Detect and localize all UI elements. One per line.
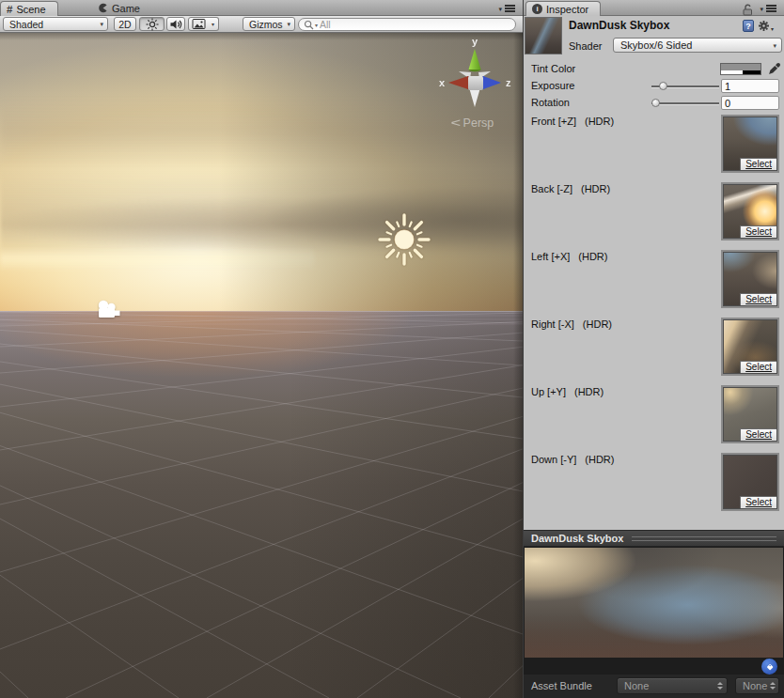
slider-knob[interactable] [651,99,660,107]
search-filter-arrow-icon[interactable]: ▾ [315,22,318,28]
search-icon [304,20,314,30]
texture-field-up[interactable]: Select [721,385,779,443]
audio-toggle[interactable] [166,17,185,31]
effects-toggle[interactable] [188,17,209,31]
inspector-panel-menu[interactable]: ▾ [760,5,776,12]
slider-knob[interactable] [659,82,667,90]
texture-slot-down: Down [-Y](HDR) Select [531,452,779,514]
effects-dropdown[interactable]: ▾ [208,17,219,31]
asset-bundle-bar: Asset Bundle None None [524,675,784,698]
scene-viewport[interactable]: y x z < Persp [0,33,523,698]
preview-drag-handle-icon[interactable] [632,536,776,541]
exposure-field[interactable] [721,79,779,93]
texture-slot-right: Right [-X](HDR) Select [531,317,779,379]
asset-bundle-dropdown[interactable]: None [617,677,728,694]
slot-label: Left [+X] [531,251,570,262]
render-mode-label: Shaded [9,19,43,30]
chevron-down-icon: ▾ [771,25,774,32]
hamburger-menu-icon [766,5,776,12]
preview-header[interactable]: DawnDusk Skybox [524,530,784,547]
hdr-tag: (HDR) [578,251,607,262]
scene-search[interactable]: ▾ [298,18,516,31]
exposure-slider[interactable] [651,82,719,91]
eyedropper-icon[interactable] [767,61,782,76]
render-mode-dropdown[interactable]: Shaded ▾ [3,17,108,31]
lighting-toggle[interactable] [139,17,165,31]
select-button[interactable]: Select [740,225,776,238]
game-icon [98,3,108,13]
shader-value: Skybox/6 Sided [620,39,692,51]
orientation-gizmo[interactable]: y x z [431,36,514,113]
exposure-row: Exposure [531,79,779,94]
asset-bundle-value: None [624,680,714,691]
asset-variant-dropdown[interactable]: None [735,677,779,694]
persp-arrow-icon: < [450,116,461,130]
unity-editor-window: # Scene Game ▾ Shaded ▾ 2D [0,0,784,698]
rotation-slider[interactable] [651,99,719,108]
hdr-tag: (HDR) [581,183,610,194]
axis-center-cube[interactable] [468,76,483,90]
tab-inspector-label: Inspector [546,4,588,15]
hdr-tag: (HDR) [585,116,614,127]
select-button[interactable]: Select [740,293,776,305]
select-button[interactable]: Select [740,158,776,170]
scene-toolbar: Shaded ▾ 2D [0,16,523,33]
inspector-tabbar: i Inspector ▾ [524,0,784,16]
updown-arrows-icon [717,682,723,690]
texture-field-down[interactable]: Select [721,453,779,511]
tab-scene[interactable]: # Scene [0,1,58,16]
info-icon: i [532,4,542,14]
chevron-down-icon: ▾ [760,6,763,12]
scene-panel: # Scene Game ▾ Shaded ▾ 2D [0,0,523,698]
rotation-row: Rotation [531,96,779,111]
persp-label: Persp [463,116,494,130]
help-icon[interactable]: ? [743,20,754,32]
texture-field-back[interactable]: Select [721,182,779,240]
select-button[interactable]: Select [740,428,776,441]
select-button[interactable]: Select [740,361,776,373]
settings-gear-button[interactable]: ▾ [758,20,774,32]
material-preview-thumbnail[interactable] [525,17,562,54]
skybox-preview-image[interactable] [525,548,783,658]
lock-icon[interactable] [741,3,754,20]
texture-field-left[interactable]: Select [721,250,779,308]
asset-labels-button[interactable] [761,659,777,675]
projection-toggle[interactable]: < Persp [452,116,494,130]
tint-color-swatch[interactable] [720,63,761,75]
texture-field-right[interactable]: Select [721,318,779,376]
shader-label: Shader [569,40,602,52]
scene-tabbar: # Scene Game ▾ [0,0,523,16]
camera-gizmo[interactable] [94,298,124,322]
texture-slot-back: Back [-Z](HDR) Select [531,181,779,243]
gizmos-dropdown[interactable]: Gizmos ▾ [243,17,295,31]
scene-grid-icon: # [7,4,12,15]
directional-light-gizmo[interactable] [378,213,431,266]
inspector-panel: i Inspector ▾ DawnDusk Skybox ? [524,0,784,698]
tab-game[interactable]: Game [92,1,146,15]
hdr-tag: (HDR) [585,454,614,465]
search-input[interactable] [320,19,509,30]
slot-label: Right [-X] [531,318,574,330]
image-icon [192,18,206,30]
chevron-down-icon: ▾ [100,21,103,28]
rotation-field[interactable] [721,96,779,110]
axis-z-cone[interactable] [483,76,501,89]
gear-icon [758,20,770,32]
tab-inspector[interactable]: i Inspector [525,1,601,16]
asset-variant-value: None [743,680,767,691]
hamburger-menu-icon [505,5,515,12]
gizmos-label: Gizmos [249,19,283,30]
chevron-down-icon: ▾ [498,6,502,12]
slider-track [651,102,719,104]
axis-y-cone[interactable] [469,49,481,70]
shader-dropdown[interactable]: Skybox/6 Sided ▾ [613,38,782,53]
select-button[interactable]: Select [740,496,776,508]
speaker-icon [169,18,182,31]
axis-down-cone[interactable] [470,89,480,107]
2d-toggle[interactable]: 2D [114,17,136,31]
axis-x-cone[interactable] [448,76,468,89]
scene-panel-menu[interactable]: ▾ [498,5,515,12]
exposure-label: Exposure [531,80,574,91]
texture-field-front[interactable]: Select [721,115,779,173]
axis-x-label: x [439,77,446,88]
